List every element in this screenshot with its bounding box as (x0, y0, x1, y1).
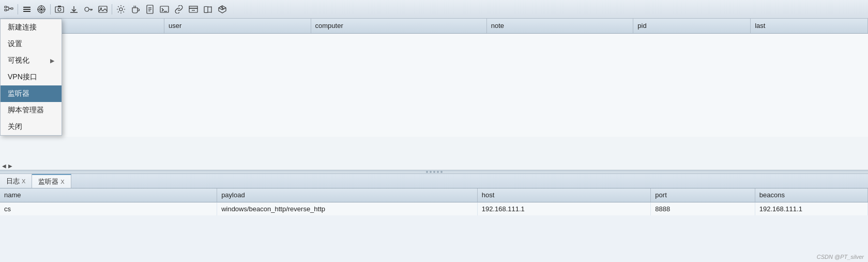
bottom-panel: 日志 X 监听器 X name payload (0, 174, 868, 262)
col-last[interactable]: last (751, 19, 868, 33)
menu-item-new-connection[interactable]: 新建连接 (1, 19, 62, 36)
list-icon[interactable] (20, 3, 34, 16)
link-icon[interactable] (172, 3, 186, 16)
tab-listener[interactable]: 监听器 X (32, 174, 71, 188)
menu-item-script-manager[interactable]: 脚本管理器 (1, 102, 62, 119)
svg-rect-17 (55, 7, 64, 12)
tab-log-close[interactable]: X (22, 178, 25, 184)
doc-icon[interactable] (143, 3, 157, 16)
listener-table-area: name payload host port beacons (0, 188, 868, 262)
svg-point-28 (119, 8, 123, 11)
session-area: internal ▲ user computer note pid (0, 19, 868, 170)
col-user[interactable]: user (164, 19, 311, 33)
submenu-arrow-icon: ▶ (50, 57, 54, 64)
listener-cell-beacons: 192.168.111.1 (755, 202, 867, 215)
menu-item-visualization-label: 可视化 (8, 56, 29, 65)
svg-rect-7 (23, 7, 31, 8)
toolbar-sep-3 (112, 4, 112, 14)
listener-col-host-label: host (482, 191, 495, 199)
listener-cell-payload: windows/beacon_http/reverse_http (217, 202, 478, 215)
menu-item-new-connection-label: 新建连接 (8, 23, 37, 32)
splitter[interactable] (0, 170, 868, 174)
listener-col-port-label: port (655, 191, 666, 199)
svg-rect-0 (5, 6, 7, 8)
screenshot-icon[interactable] (53, 3, 66, 16)
watermark-text: CSDN @PT_silver (817, 254, 864, 260)
session-table-body (0, 33, 868, 137)
main-area: internal ▲ user computer note pid (0, 19, 868, 262)
new-connection-icon[interactable] (2, 3, 16, 16)
svg-rect-8 (23, 9, 31, 10)
menu-item-visualization[interactable]: 可视化 ▶ (1, 52, 62, 69)
svg-rect-1 (5, 9, 7, 11)
listener-col-name[interactable]: name (0, 188, 217, 202)
listener-cell-name: cs (0, 202, 217, 215)
package-icon[interactable] (216, 3, 229, 16)
menu-item-settings[interactable]: 设置 (1, 36, 62, 52)
scroll-indicators: ◀ ▶ (0, 163, 12, 169)
listener-col-payload-label: payload (221, 191, 245, 199)
col-note-label: note (491, 22, 504, 30)
col-computer[interactable]: computer (311, 19, 486, 33)
tab-bar: 日志 X 监听器 X (0, 174, 868, 188)
watermark: CSDN @PT_silver (817, 254, 864, 260)
listener-table-body: cswindows/beacon_http/reverse_http192.16… (0, 202, 868, 215)
col-user-label: user (169, 22, 181, 30)
svg-rect-35 (189, 6, 197, 8)
settings-icon[interactable] (114, 3, 128, 16)
splitter-dot-5 (440, 171, 443, 173)
tab-listener-close[interactable]: X (60, 179, 64, 185)
scroll-right-icon[interactable]: ▶ (8, 163, 12, 169)
listener-table-row[interactable]: cswindows/beacon_http/reverse_http192.16… (0, 202, 868, 215)
terminal-icon[interactable] (158, 3, 171, 16)
tab-log-label: 日志 (6, 177, 20, 186)
listener-col-payload[interactable]: payload (217, 188, 478, 202)
svg-point-18 (58, 8, 61, 11)
menu-item-listener[interactable]: 监听器 (1, 85, 62, 102)
download-icon[interactable] (67, 3, 81, 16)
col-pid-label: pid (637, 22, 646, 30)
svg-rect-19 (58, 6, 61, 7)
scroll-left-icon[interactable]: ◀ (2, 163, 6, 169)
book-icon[interactable] (201, 3, 215, 16)
archive-icon[interactable] (187, 3, 200, 16)
svg-point-12 (41, 8, 42, 10)
splitter-dots (426, 171, 443, 173)
toolbar-sep-2 (50, 4, 51, 14)
svg-rect-9 (23, 11, 31, 12)
dropdown-menu: 新建连接 设置 可视化 ▶ VPN接口 监听器 脚本管理器 关闭 (0, 19, 62, 136)
menu-item-vpn-label: VPN接口 (8, 72, 37, 82)
svg-line-40 (219, 8, 222, 10)
col-note[interactable]: note (486, 19, 633, 33)
splitter-dot-2 (430, 171, 432, 173)
session-table-header-row: internal ▲ user computer note pid (0, 19, 868, 33)
col-computer-label: computer (315, 22, 343, 30)
listener-col-name-label: name (4, 191, 21, 199)
listener-col-beacons[interactable]: beacons (755, 188, 867, 202)
menu-item-listener-label: 监听器 (8, 89, 29, 98)
menu-item-vpn[interactable]: VPN接口 (1, 69, 62, 85)
listener-col-host[interactable]: host (477, 188, 651, 202)
splitter-dot-3 (433, 171, 435, 173)
key-icon[interactable] (82, 3, 95, 16)
image-icon[interactable] (96, 3, 110, 16)
menu-item-script-manager-label: 脚本管理器 (8, 106, 44, 115)
listener-cell-host: 192.168.111.1 (477, 202, 651, 215)
target-icon[interactable] (35, 3, 48, 16)
col-last-label: last (755, 22, 765, 30)
listener-table-header-row: name payload host port beacons (0, 188, 868, 202)
session-table: internal ▲ user computer note pid (0, 19, 868, 137)
menu-item-settings-label: 设置 (8, 39, 22, 49)
coffee-icon[interactable] (129, 3, 142, 16)
listener-table: name payload host port beacons (0, 188, 868, 215)
toolbar (0, 0, 868, 19)
listener-col-beacons-label: beacons (759, 191, 785, 199)
listener-col-port[interactable]: port (651, 188, 755, 202)
svg-point-22 (85, 7, 89, 11)
col-pid[interactable]: pid (633, 19, 751, 33)
tab-log[interactable]: 日志 X (0, 174, 32, 188)
toolbar-sep-1 (18, 4, 18, 14)
tab-listener-label: 监听器 (38, 177, 58, 186)
listener-cell-port: 8888 (651, 202, 755, 215)
menu-item-close[interactable]: 关闭 (1, 119, 62, 135)
